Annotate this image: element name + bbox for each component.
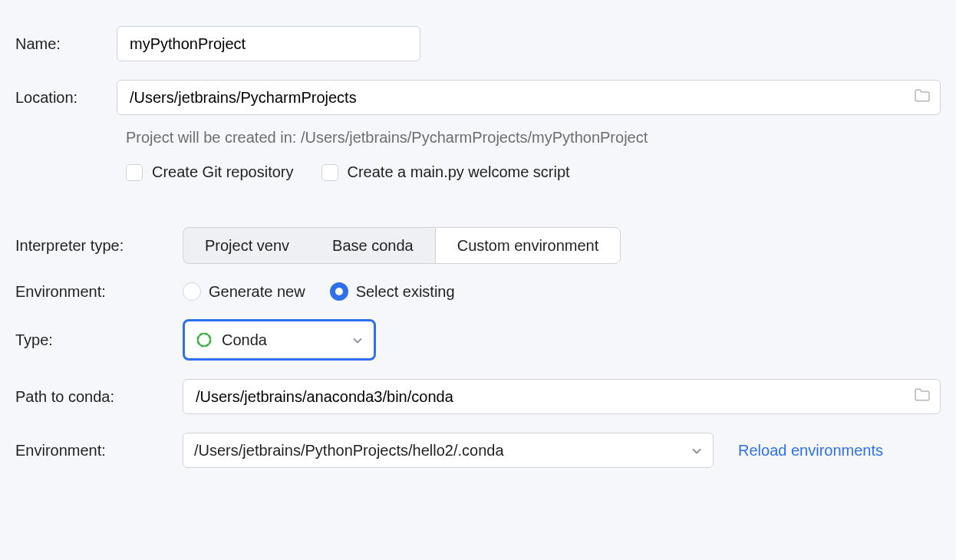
name-row: Name: xyxy=(15,26,941,61)
create-mainpy-checkbox[interactable]: Create a main.py welcome script xyxy=(321,163,570,181)
radio-generate-new-label: Generate new xyxy=(209,283,305,301)
radio-generate-new[interactable]: Generate new xyxy=(183,282,305,301)
type-combo[interactable]: Conda xyxy=(183,319,376,361)
new-project-dialog: Name: Location: Project will be created … xyxy=(0,0,956,560)
interpreter-type-label: Interpreter type: xyxy=(15,237,183,255)
radio-dot xyxy=(330,282,348,301)
environment-mode-label: Environment: xyxy=(15,283,183,301)
segment-base-conda[interactable]: Base conda xyxy=(311,228,435,263)
create-git-checkbox[interactable]: Create Git repository xyxy=(126,163,294,181)
type-row: Type: Conda xyxy=(15,319,941,361)
svg-point-0 xyxy=(196,331,213,348)
type-value: Conda xyxy=(222,331,267,349)
conda-icon xyxy=(196,331,213,348)
path-to-conda-input[interactable] xyxy=(194,387,929,407)
reload-environments-link[interactable]: Reload environments xyxy=(738,442,883,460)
type-label: Type: xyxy=(15,331,183,349)
options-row: Create Git repository Create a main.py w… xyxy=(126,163,941,181)
path-to-conda-label: Path to conda: xyxy=(15,388,183,406)
checkbox-box xyxy=(126,164,143,181)
location-row: Location: xyxy=(15,80,941,115)
name-label: Name: xyxy=(15,35,117,53)
checkbox-box xyxy=(321,164,338,181)
segment-project-venv[interactable]: Project venv xyxy=(183,228,311,263)
environment-path-row: Environment: /Users/jetbrains/PythonProj… xyxy=(15,433,941,468)
chevron-down-icon xyxy=(691,442,702,460)
segment-custom-environment[interactable]: Custom environment xyxy=(435,228,621,263)
location-input[interactable] xyxy=(128,88,929,107)
environment-mode-row: Environment: Generate new Select existin… xyxy=(15,282,941,301)
environment-select[interactable]: /Users/jetbrains/PythonProjects/hello2/.… xyxy=(183,433,714,468)
radio-select-existing-label: Select existing xyxy=(356,283,455,301)
name-input-wrapper xyxy=(117,26,420,61)
environment-path-label: Environment: xyxy=(15,442,183,460)
name-input[interactable] xyxy=(128,35,409,54)
create-mainpy-label: Create a main.py welcome script xyxy=(348,163,570,181)
interpreter-type-row: Interpreter type: Project venv Base cond… xyxy=(15,227,941,264)
location-label: Location: xyxy=(15,89,117,107)
interpreter-type-segmented: Project venv Base conda Custom environme… xyxy=(183,227,621,264)
project-path-hint: Project will be created in: /Users/jetbr… xyxy=(126,129,941,147)
chevron-down-icon xyxy=(352,331,363,349)
folder-icon[interactable] xyxy=(914,388,931,406)
folder-icon[interactable] xyxy=(914,89,931,107)
environment-select-value: /Users/jetbrains/PythonProjects/hello2/.… xyxy=(194,442,504,460)
create-git-label: Create Git repository xyxy=(152,163,294,181)
path-to-conda-row: Path to conda: xyxy=(15,379,941,414)
radio-dot xyxy=(183,282,201,301)
radio-select-existing[interactable]: Select existing xyxy=(330,282,455,301)
path-to-conda-input-wrapper xyxy=(183,379,941,414)
location-input-wrapper xyxy=(117,80,941,115)
